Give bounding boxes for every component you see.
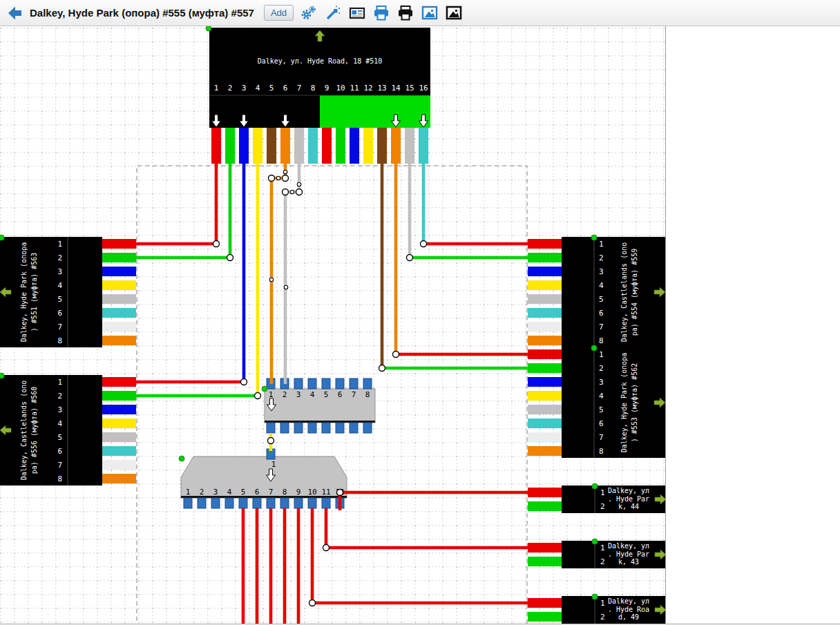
port-pin[interactable] bbox=[294, 378, 303, 389]
splice-point[interactable] bbox=[255, 393, 261, 399]
fiber-strip[interactable] bbox=[294, 128, 304, 164]
port-pin[interactable] bbox=[363, 423, 372, 433]
fiber-strip[interactable] bbox=[528, 557, 562, 566]
fiber-strip[interactable] bbox=[102, 294, 136, 304]
fiber-strip[interactable] bbox=[253, 128, 262, 164]
splice-point[interactable] bbox=[337, 490, 343, 496]
handle-dot[interactable] bbox=[591, 345, 597, 351]
fiber-strip[interactable] bbox=[391, 128, 401, 164]
fiber-strip[interactable] bbox=[102, 280, 136, 290]
fiber-strip[interactable] bbox=[528, 239, 562, 249]
splice-point[interactable] bbox=[379, 365, 385, 372]
port-pin[interactable] bbox=[267, 498, 275, 508]
wire-handle[interactable] bbox=[276, 176, 280, 180]
fiber-strip[interactable] bbox=[102, 308, 136, 318]
fiber-strip[interactable] bbox=[102, 405, 136, 414]
splice-point[interactable] bbox=[407, 255, 413, 261]
handle-dot[interactable] bbox=[592, 594, 598, 599]
fiber-strip[interactable] bbox=[102, 322, 136, 331]
fiber-strip[interactable] bbox=[102, 432, 136, 442]
fiber-strip[interactable] bbox=[102, 239, 136, 249]
handle-dot[interactable] bbox=[0, 373, 4, 378]
fiber-strip[interactable] bbox=[308, 128, 318, 164]
port-pin[interactable] bbox=[253, 498, 261, 508]
port-pin[interactable] bbox=[294, 498, 303, 508]
fiber-strip[interactable] bbox=[528, 419, 562, 428]
handle-dot[interactable] bbox=[262, 386, 267, 392]
wire-handle[interactable] bbox=[297, 182, 300, 186]
port-pin[interactable] bbox=[294, 423, 303, 433]
fiber-strip[interactable] bbox=[528, 336, 562, 345]
port-pin[interactable] bbox=[350, 423, 358, 433]
splice-point[interactable] bbox=[283, 175, 289, 182]
settings-gears-icon[interactable] bbox=[300, 4, 318, 22]
splice-point[interactable] bbox=[323, 545, 330, 551]
handle-dot[interactable] bbox=[592, 483, 598, 489]
fiber-strip[interactable] bbox=[528, 391, 562, 401]
port-pin[interactable] bbox=[336, 423, 344, 433]
port-pin[interactable] bbox=[308, 498, 316, 508]
splice-point[interactable] bbox=[283, 189, 289, 195]
wire-handle[interactable] bbox=[290, 190, 294, 193]
port-pin[interactable] bbox=[280, 498, 289, 508]
fiber-strip[interactable] bbox=[102, 253, 136, 262]
splice-point[interactable] bbox=[213, 241, 220, 247]
splice-point[interactable] bbox=[393, 352, 399, 358]
handle-dot[interactable] bbox=[592, 539, 598, 544]
fiber-strip[interactable] bbox=[267, 128, 276, 164]
fiber-strip[interactable] bbox=[102, 474, 136, 483]
port-pin[interactable] bbox=[280, 423, 289, 433]
port-pin[interactable] bbox=[198, 498, 206, 508]
fiber-strip[interactable] bbox=[102, 377, 136, 387]
port-pin[interactable] bbox=[363, 378, 372, 389]
handle-dot[interactable] bbox=[0, 235, 4, 240]
fiber-strip[interactable] bbox=[102, 391, 136, 401]
port-pin[interactable] bbox=[184, 498, 192, 508]
fiber-strip[interactable] bbox=[528, 322, 562, 331]
port-pin[interactable] bbox=[322, 378, 330, 389]
print-blue-icon[interactable] bbox=[372, 4, 390, 22]
port-pin[interactable] bbox=[211, 498, 220, 508]
fiber-strip[interactable] bbox=[336, 128, 345, 164]
fiber-strip[interactable] bbox=[528, 446, 562, 456]
fiber-strip[interactable] bbox=[528, 294, 562, 304]
fiber-strip[interactable] bbox=[528, 501, 562, 511]
port-pin[interactable] bbox=[267, 423, 275, 433]
splice-point[interactable] bbox=[269, 175, 275, 182]
fiber-strip[interactable] bbox=[102, 460, 136, 470]
diagram-canvas[interactable]: Dalkey, ул. Hyde Road, 18 #5101234567891… bbox=[0, 26, 666, 624]
fiber-strip[interactable] bbox=[377, 128, 387, 164]
fiber-strip[interactable] bbox=[528, 488, 562, 497]
fiber-strip[interactable] bbox=[528, 612, 562, 622]
fiber-strip[interactable] bbox=[322, 128, 332, 164]
port-pin[interactable] bbox=[322, 423, 330, 433]
fiber-strip[interactable] bbox=[211, 128, 221, 164]
fiber-strip[interactable] bbox=[405, 128, 414, 164]
magic-wand-icon[interactable] bbox=[324, 4, 342, 22]
fiber-strip[interactable] bbox=[225, 128, 235, 164]
port-pin[interactable] bbox=[225, 498, 233, 508]
report-card-icon[interactable] bbox=[348, 4, 366, 22]
back-icon[interactable] bbox=[6, 4, 23, 22]
splice-point[interactable] bbox=[296, 189, 303, 195]
fiber-strip[interactable] bbox=[528, 363, 562, 373]
wire-handle[interactable] bbox=[283, 170, 287, 173]
wire-handle[interactable] bbox=[284, 285, 287, 289]
print-black-icon[interactable] bbox=[397, 4, 414, 22]
port-pin[interactable] bbox=[350, 378, 358, 389]
wire-handle[interactable] bbox=[269, 278, 273, 281]
splice-point[interactable] bbox=[268, 438, 274, 444]
fiber-strip[interactable] bbox=[528, 543, 562, 552]
image-blue-icon[interactable] bbox=[421, 4, 439, 22]
fiber-strip[interactable] bbox=[102, 446, 136, 456]
fiber-strip[interactable] bbox=[419, 128, 428, 164]
fiber-strip[interactable] bbox=[239, 128, 249, 164]
fiber-strip[interactable] bbox=[102, 267, 136, 276]
port-pin[interactable] bbox=[308, 378, 316, 389]
splice-point[interactable] bbox=[421, 241, 427, 247]
fiber-strip[interactable] bbox=[528, 377, 562, 387]
fiber-strip[interactable] bbox=[363, 128, 373, 164]
fiber-strip[interactable] bbox=[102, 419, 136, 428]
fiber-strip[interactable] bbox=[528, 267, 562, 276]
port-pin[interactable] bbox=[308, 423, 316, 433]
